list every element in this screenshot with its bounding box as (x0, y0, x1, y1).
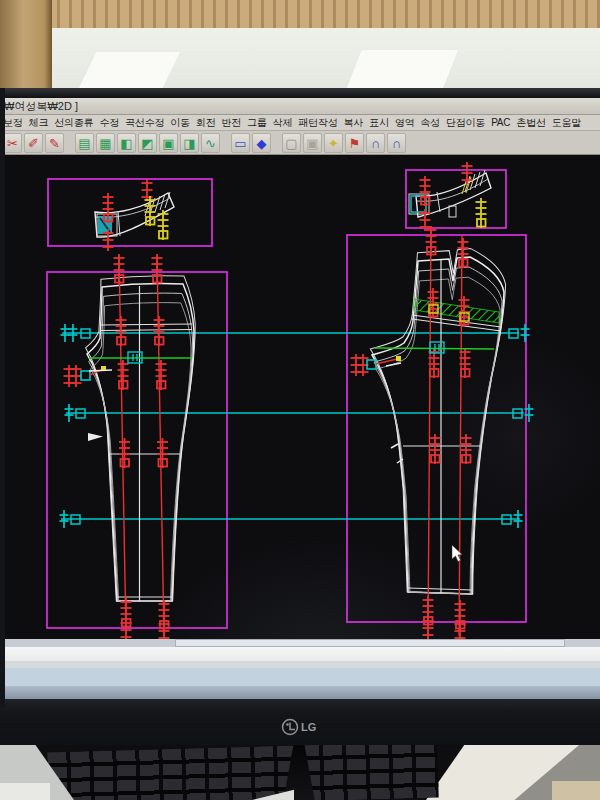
title-bar[interactable]: ₩여성복₩2D ] (0, 98, 600, 115)
seam-arrow-mark (88, 433, 103, 441)
mouse-cursor (452, 545, 462, 562)
pencil-tool-icon[interactable]: ✎ (45, 133, 64, 153)
menu-item[interactable]: 복사 (340, 116, 366, 130)
pant-front-icon[interactable]: ∩ (366, 133, 385, 153)
status-bar-divider (0, 661, 600, 668)
toolbar-separator (273, 133, 280, 153)
pattern-tool-icon-1[interactable]: ▤ (75, 133, 94, 153)
menu-item[interactable]: 그룹 (244, 116, 270, 130)
monitor-bezel-top (0, 88, 600, 98)
piece-pant-front[interactable] (86, 276, 196, 601)
pattern-tool-icon-5[interactable]: ▣ (159, 133, 178, 153)
lg-logo: LG (280, 716, 324, 738)
sheet-icon-2[interactable]: ▣ (303, 133, 322, 153)
menu-item[interactable]: 이동 (167, 116, 193, 130)
menu-item[interactable]: 영역 (392, 116, 418, 130)
toolbar: ✂✐✎▤▦◧◩▣◨∿▭◆▢▣✦⚑∩∩ (0, 131, 600, 155)
paper-on-desk (0, 783, 50, 800)
crotch-annotation-back[interactable] (351, 354, 402, 376)
star-tool-icon[interactable]: ✦ (324, 133, 343, 153)
wood-pillar (0, 0, 52, 98)
screen-bottom-glare (0, 686, 600, 699)
menu-item[interactable]: 패턴작성 (295, 116, 340, 130)
pen-tool-icon[interactable]: ✐ (24, 133, 43, 153)
fill-tool-icon[interactable]: ◆ (252, 133, 271, 153)
crotch-annotation-front[interactable] (64, 365, 113, 387)
menu-item[interactable]: 삭제 (270, 116, 296, 130)
drawing-canvas[interactable] (0, 155, 600, 639)
menu-item[interactable]: 회전 (193, 116, 219, 130)
toolbar-separator (222, 133, 229, 153)
sheet-icon-1[interactable]: ▢ (282, 133, 301, 153)
desk-object (552, 781, 600, 800)
grade-marks-yellow (476, 198, 487, 228)
menu-bar: 보정체크선의종류수정곡선수정이동회전반전그룹삭제패턴작성복사표시영역속성단점이동… (0, 115, 600, 131)
pattern-tool-icon-2[interactable]: ▦ (96, 133, 115, 153)
menu-item[interactable]: 곡선수정 (122, 116, 167, 130)
selection-box-waistband-left (48, 179, 212, 246)
cut-tool-icon[interactable]: ✂ (3, 133, 22, 153)
flag-tool-icon[interactable]: ⚑ (345, 133, 364, 153)
menu-item[interactable]: 속성 (417, 116, 443, 130)
yoke-highlight-band (414, 299, 499, 323)
pattern-tool-icon-3[interactable]: ◧ (117, 133, 136, 153)
menu-item[interactable]: 반전 (218, 116, 244, 130)
menu-item[interactable]: 단점이동 (443, 116, 488, 130)
menu-item[interactable]: 수정 (96, 116, 122, 130)
scrollbar-thumb[interactable] (175, 639, 565, 647)
menu-item[interactable]: 선의종류 (51, 116, 96, 130)
wood-slat-wall (0, 0, 600, 30)
taskbar-band (0, 668, 600, 686)
select-rect-icon[interactable]: ▭ (231, 133, 250, 153)
curve-tool-icon[interactable]: ∿ (201, 133, 220, 153)
keyboard (47, 745, 438, 800)
pattern-tool-icon-4[interactable]: ◩ (138, 133, 157, 153)
menu-item[interactable]: PAC (488, 117, 513, 128)
photo-of-monitor: ₩여성복₩2D ] 보정체크선의종류수정곡선수정이동회전반전그룹삭제패턴작성복사… (0, 0, 600, 800)
ceiling-light-reflection (346, 50, 458, 90)
pant-back-icon[interactable]: ∩ (387, 133, 406, 153)
horizontal-scrollbar[interactable] (0, 639, 600, 647)
pattern-tool-icon-6[interactable]: ◨ (180, 133, 199, 153)
piece-waistband-right[interactable] (409, 162, 491, 231)
grade-lines-front[interactable] (114, 254, 170, 639)
wall (0, 0, 600, 98)
desk-area (0, 745, 600, 800)
piece-waistband-left[interactable] (95, 179, 174, 251)
window-title: ₩여성복₩2D ] (4, 100, 78, 112)
toolbar-separator (66, 133, 73, 153)
lg-wordmark: LG (301, 721, 316, 733)
menu-item[interactable]: 표시 (366, 116, 392, 130)
menu-item[interactable]: 도움말 (549, 116, 584, 130)
status-bar (0, 647, 600, 661)
menu-item[interactable]: 체크 (26, 116, 52, 130)
monitor-bezel-left (0, 88, 5, 708)
menu-item[interactable]: 촌법선 (513, 116, 548, 130)
grade-marks-red (420, 162, 473, 231)
